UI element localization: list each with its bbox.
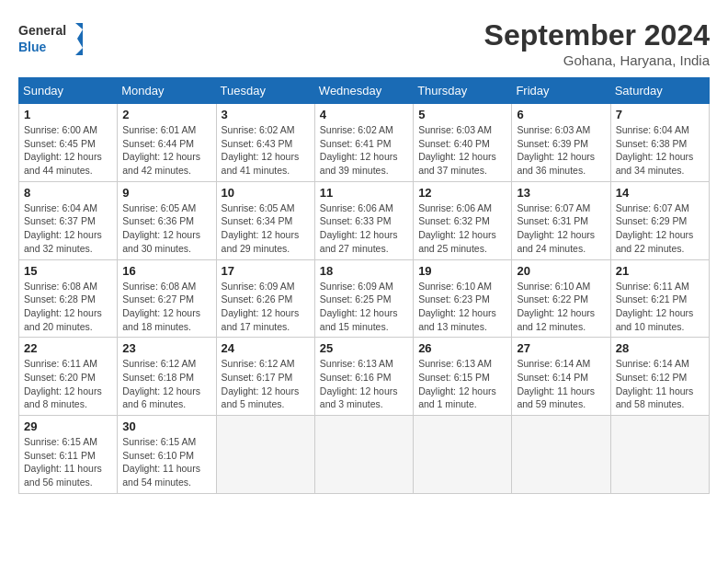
table-row (414, 416, 512, 494)
table-row: 4Sunrise: 6:02 AMSunset: 6:41 PMDaylight… (314, 104, 413, 182)
table-row: 5Sunrise: 6:03 AMSunset: 6:40 PMDaylight… (414, 104, 512, 182)
table-row: 28Sunrise: 6:14 AMSunset: 6:12 PMDayligh… (610, 338, 709, 416)
header-friday: Friday (512, 78, 610, 104)
table-row: 9Sunrise: 6:05 AMSunset: 6:36 PMDaylight… (118, 181, 216, 259)
title-block: September 2024 Gohana, Haryana, India (484, 18, 710, 68)
table-row: 18Sunrise: 6:09 AMSunset: 6:25 PMDayligh… (314, 259, 413, 338)
location: Gohana, Haryana, India (484, 52, 710, 68)
table-row: 7Sunrise: 6:04 AMSunset: 6:38 PMDaylight… (610, 104, 709, 182)
table-row: 12Sunrise: 6:06 AMSunset: 6:32 PMDayligh… (414, 181, 512, 259)
svg-text:Blue: Blue (18, 40, 47, 54)
table-row (512, 416, 610, 494)
table-row (610, 416, 709, 494)
header-tuesday: Tuesday (216, 78, 314, 104)
table-row: 3Sunrise: 6:02 AMSunset: 6:43 PMDaylight… (216, 104, 314, 182)
header-sunday: Sunday (19, 78, 118, 104)
calendar-header-row: Sunday Monday Tuesday Wednesday Thursday… (19, 78, 710, 104)
header-thursday: Thursday (414, 78, 512, 104)
logo: General Blue (18, 18, 83, 60)
table-row: 17Sunrise: 6:09 AMSunset: 6:26 PMDayligh… (216, 259, 314, 338)
table-row: 23Sunrise: 6:12 AMSunset: 6:18 PMDayligh… (118, 338, 216, 416)
table-row: 14Sunrise: 6:07 AMSunset: 6:29 PMDayligh… (610, 181, 709, 259)
table-row: 1Sunrise: 6:00 AMSunset: 6:45 PMDaylight… (19, 104, 118, 182)
page-header: General Blue September 2024 Gohana, Hary… (18, 18, 710, 68)
calendar-table: Sunday Monday Tuesday Wednesday Thursday… (18, 77, 710, 494)
table-row: 15Sunrise: 6:08 AMSunset: 6:28 PMDayligh… (19, 259, 118, 338)
table-row: 16Sunrise: 6:08 AMSunset: 6:27 PMDayligh… (118, 259, 216, 338)
calendar-week-2: 8Sunrise: 6:04 AMSunset: 6:37 PMDaylight… (19, 181, 710, 259)
calendar-week-1: 1Sunrise: 6:00 AMSunset: 6:45 PMDaylight… (19, 104, 710, 182)
table-row: 25Sunrise: 6:13 AMSunset: 6:16 PMDayligh… (314, 338, 413, 416)
table-row: 24Sunrise: 6:12 AMSunset: 6:17 PMDayligh… (216, 338, 314, 416)
table-row: 20Sunrise: 6:10 AMSunset: 6:22 PMDayligh… (512, 259, 610, 338)
table-row: 11Sunrise: 6:06 AMSunset: 6:33 PMDayligh… (314, 181, 413, 259)
table-row (216, 416, 314, 494)
table-row: 26Sunrise: 6:13 AMSunset: 6:15 PMDayligh… (414, 338, 512, 416)
table-row: 2Sunrise: 6:01 AMSunset: 6:44 PMDaylight… (118, 104, 216, 182)
header-wednesday: Wednesday (314, 78, 413, 104)
calendar-week-5: 29Sunrise: 6:15 AMSunset: 6:11 PMDayligh… (19, 416, 710, 494)
table-row: 22Sunrise: 6:11 AMSunset: 6:20 PMDayligh… (19, 338, 118, 416)
svg-text:General: General (18, 23, 66, 38)
logo-icon: General Blue (18, 18, 83, 60)
table-row: 27Sunrise: 6:14 AMSunset: 6:14 PMDayligh… (512, 338, 610, 416)
table-row: 6Sunrise: 6:03 AMSunset: 6:39 PMDaylight… (512, 104, 610, 182)
table-row: 10Sunrise: 6:05 AMSunset: 6:34 PMDayligh… (216, 181, 314, 259)
header-monday: Monday (118, 78, 216, 104)
table-row: 13Sunrise: 6:07 AMSunset: 6:31 PMDayligh… (512, 181, 610, 259)
table-row: 19Sunrise: 6:10 AMSunset: 6:23 PMDayligh… (414, 259, 512, 338)
calendar-week-3: 15Sunrise: 6:08 AMSunset: 6:28 PMDayligh… (19, 259, 710, 338)
table-row: 21Sunrise: 6:11 AMSunset: 6:21 PMDayligh… (610, 259, 709, 338)
svg-marker-2 (75, 23, 83, 55)
table-row: 8Sunrise: 6:04 AMSunset: 6:37 PMDaylight… (19, 181, 118, 259)
table-row: 29Sunrise: 6:15 AMSunset: 6:11 PMDayligh… (19, 416, 118, 494)
table-row: 30Sunrise: 6:15 AMSunset: 6:10 PMDayligh… (118, 416, 216, 494)
calendar-week-4: 22Sunrise: 6:11 AMSunset: 6:20 PMDayligh… (19, 338, 710, 416)
header-saturday: Saturday (610, 78, 709, 104)
table-row (314, 416, 413, 494)
month-title: September 2024 (484, 18, 710, 52)
